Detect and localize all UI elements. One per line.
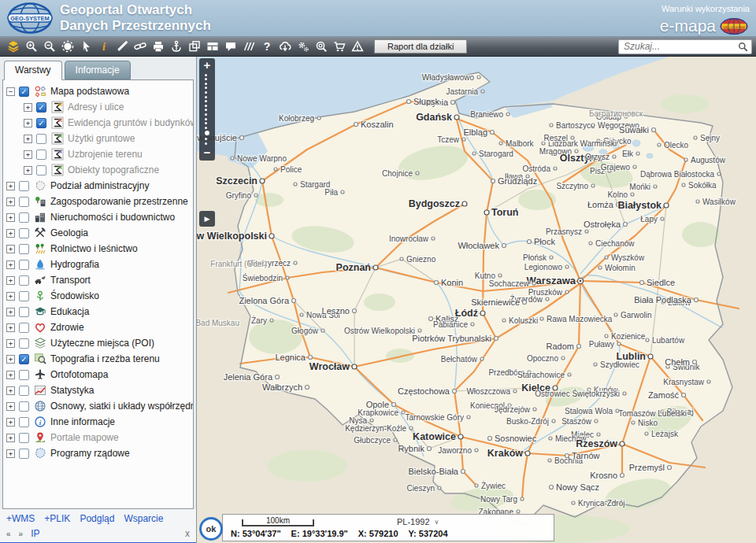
expand-icon[interactable]: + xyxy=(6,260,15,269)
layer-label[interactable]: Zdrowie xyxy=(50,322,84,333)
zoom-level-dot[interactable] xyxy=(205,78,207,80)
terms-link[interactable]: Warunki wykorzystania xyxy=(662,4,750,13)
expand-icon[interactable]: + xyxy=(6,229,15,238)
layer-checkbox[interactable] xyxy=(19,244,29,254)
expand-icon[interactable]: + xyxy=(6,276,15,285)
expand-icon[interactable]: + xyxy=(6,449,15,458)
layer-checkbox[interactable] xyxy=(19,275,29,286)
layer-label[interactable]: Osnowy, siatki i układy współrzędnych xyxy=(50,401,194,412)
layer-label[interactable]: Programy rządowe xyxy=(50,448,130,459)
zoom-in-button[interactable]: + xyxy=(199,59,215,72)
collapse-icon[interactable]: − xyxy=(6,87,15,96)
map-of-poland[interactable]: WładysławowoJastarniaGdyniaGdańskSłupskK… xyxy=(197,57,756,543)
layer-label[interactable]: Użytki gruntowe xyxy=(68,133,135,144)
layer-label[interactable]: Środowisko xyxy=(50,290,99,301)
expand-icon[interactable]: + xyxy=(6,371,15,379)
zoom-level-dot[interactable] xyxy=(205,105,207,107)
report-button[interactable]: Raport dla działki xyxy=(374,39,467,54)
zoom-out-button[interactable]: − xyxy=(199,146,215,159)
layer-label[interactable]: Uzbrojenie terenu xyxy=(68,149,143,160)
cursor-icon[interactable] xyxy=(76,39,94,55)
expand-icon[interactable]: + xyxy=(24,103,32,112)
layers-icon[interactable] xyxy=(4,39,22,55)
panels-icon[interactable] xyxy=(203,39,221,55)
zoom-level-dot[interactable] xyxy=(205,131,209,135)
cloud-download-icon[interactable] xyxy=(276,39,294,55)
search-input[interactable] xyxy=(622,40,738,53)
layer-checkbox[interactable] xyxy=(36,134,46,144)
expand-icon[interactable]: + xyxy=(6,198,15,206)
layer-checkbox[interactable] xyxy=(19,417,29,427)
ok-button[interactable]: ok xyxy=(199,517,223,541)
zoom-level-dot[interactable] xyxy=(205,122,207,124)
zoom-level-dot[interactable] xyxy=(205,127,207,129)
expand-icon[interactable]: + xyxy=(6,402,15,411)
expand-icon[interactable]: + xyxy=(6,292,15,301)
expand-icon[interactable]: + xyxy=(6,182,15,190)
layer-label[interactable]: Obiekty topograficzne xyxy=(68,164,159,175)
measure-icon[interactable] xyxy=(113,39,131,55)
footer-link-wms[interactable]: +WMS xyxy=(6,513,35,524)
layer-checkbox[interactable] xyxy=(19,228,29,238)
zoom-level-dot[interactable] xyxy=(205,83,207,85)
expand-icon[interactable]: + xyxy=(6,308,15,316)
map-canvas[interactable]: WładysławowoJastarniaGdyniaGdańskSłupskK… xyxy=(197,57,756,543)
zoom-level-dot[interactable] xyxy=(205,113,207,116)
layer-checkbox[interactable] xyxy=(19,370,29,380)
layer-checkbox[interactable] xyxy=(19,291,29,301)
next-page-button[interactable]: » xyxy=(19,530,24,538)
expand-icon[interactable]: + xyxy=(24,166,32,175)
zoom-level-dot[interactable] xyxy=(205,87,207,89)
expand-icon[interactable]: + xyxy=(6,386,15,395)
print-icon[interactable] xyxy=(149,39,167,55)
zoom-level-dot[interactable] xyxy=(205,138,207,140)
layer-checkbox[interactable] xyxy=(36,118,46,128)
layer-label[interactable]: Geologia xyxy=(50,227,88,238)
search-plus-icon[interactable] xyxy=(312,39,330,55)
speech-bubble-icon[interactable] xyxy=(221,39,239,55)
layer-checkbox[interactable] xyxy=(19,386,29,396)
layer-label[interactable]: Rolnictwo i leśnictwo xyxy=(50,243,138,254)
layer-checkbox[interactable] xyxy=(19,401,29,412)
layer-label[interactable]: Ortofotomapa xyxy=(50,369,108,380)
zoom-level-dot[interactable] xyxy=(205,74,207,76)
layer-label[interactable]: Ewidencja gruntów i budynków xyxy=(68,117,194,128)
expand-icon[interactable]: + xyxy=(6,355,15,364)
layer-label[interactable]: Portale mapowe xyxy=(50,432,119,443)
layer-label[interactable]: Mapa podstawowa xyxy=(50,86,129,97)
expand-icon[interactable]: + xyxy=(24,135,32,143)
layer-label[interactable]: Statystyka xyxy=(50,385,94,396)
layer-checkbox[interactable] xyxy=(19,323,29,333)
cart-icon[interactable] xyxy=(330,39,348,55)
expand-icon[interactable]: + xyxy=(6,323,15,332)
expand-icon[interactable]: + xyxy=(6,434,15,442)
layer-label[interactable]: Topografia i rzeźba terenu xyxy=(50,353,160,364)
layer-checkbox[interactable] xyxy=(36,165,46,175)
anchor-icon[interactable] xyxy=(167,39,185,55)
expand-icon[interactable]: + xyxy=(6,418,15,427)
info-icon[interactable]: i xyxy=(94,39,113,55)
layer-label[interactable]: Nieruchomości i budownictwo xyxy=(50,212,175,223)
layer-checkbox[interactable] xyxy=(19,354,29,364)
help-icon[interactable]: ? xyxy=(258,39,276,55)
zoom-level-dot[interactable] xyxy=(205,91,207,94)
layer-checkbox[interactable] xyxy=(19,338,29,349)
slashes-icon[interactable] xyxy=(239,39,258,55)
prev-page-button[interactable]: « xyxy=(6,530,11,538)
tab-informacje[interactable]: Informacje xyxy=(65,61,131,79)
zoom-level-dot[interactable] xyxy=(205,118,207,120)
zoom-level-dot[interactable] xyxy=(205,109,207,111)
tab-warstwy[interactable]: Warstwy xyxy=(4,61,62,80)
layer-checkbox[interactable] xyxy=(19,197,29,207)
layer-checkbox[interactable] xyxy=(19,449,29,459)
layer-checkbox[interactable] xyxy=(36,102,46,113)
layer-label[interactable]: Hydrografia xyxy=(50,259,99,270)
expand-icon[interactable]: + xyxy=(6,213,15,222)
layer-label[interactable]: Użyteczne miejsca (POI) xyxy=(50,338,154,349)
footer-link-wsparcie[interactable]: Wsparcie xyxy=(124,513,163,524)
layer-checkbox[interactable] xyxy=(19,87,29,97)
zoom-level-dot[interactable] xyxy=(205,142,207,145)
layer-label[interactable]: Adresy i ulice xyxy=(68,102,124,113)
ip-link[interactable]: IP xyxy=(31,528,39,539)
warning-icon[interactable] xyxy=(348,39,366,55)
